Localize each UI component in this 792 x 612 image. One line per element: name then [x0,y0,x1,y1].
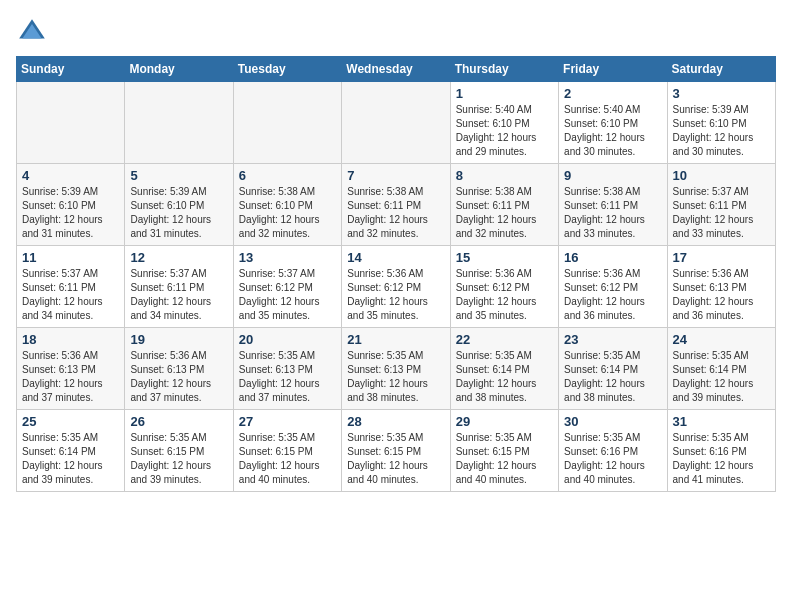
calendar-cell: 29Sunrise: 5:35 AM Sunset: 6:15 PM Dayli… [450,410,558,492]
day-number: 31 [673,414,770,429]
calendar-week-3: 11Sunrise: 5:37 AM Sunset: 6:11 PM Dayli… [17,246,776,328]
day-number: 9 [564,168,661,183]
calendar-cell: 7Sunrise: 5:38 AM Sunset: 6:11 PM Daylig… [342,164,450,246]
calendar-week-5: 25Sunrise: 5:35 AM Sunset: 6:14 PM Dayli… [17,410,776,492]
calendar-cell: 12Sunrise: 5:37 AM Sunset: 6:11 PM Dayli… [125,246,233,328]
day-number: 24 [673,332,770,347]
day-number: 18 [22,332,119,347]
weekday-header-row: SundayMondayTuesdayWednesdayThursdayFrid… [17,57,776,82]
day-number: 1 [456,86,553,101]
calendar-cell: 20Sunrise: 5:35 AM Sunset: 6:13 PM Dayli… [233,328,341,410]
logo-icon [16,16,48,48]
calendar-week-4: 18Sunrise: 5:36 AM Sunset: 6:13 PM Dayli… [17,328,776,410]
day-info: Sunrise: 5:40 AM Sunset: 6:10 PM Dayligh… [456,103,553,159]
day-info: Sunrise: 5:36 AM Sunset: 6:12 PM Dayligh… [456,267,553,323]
day-info: Sunrise: 5:38 AM Sunset: 6:11 PM Dayligh… [347,185,444,241]
day-info: Sunrise: 5:35 AM Sunset: 6:14 PM Dayligh… [22,431,119,487]
calendar-cell: 16Sunrise: 5:36 AM Sunset: 6:12 PM Dayli… [559,246,667,328]
weekday-header-tuesday: Tuesday [233,57,341,82]
calendar-cell: 8Sunrise: 5:38 AM Sunset: 6:11 PM Daylig… [450,164,558,246]
day-number: 3 [673,86,770,101]
day-info: Sunrise: 5:35 AM Sunset: 6:15 PM Dayligh… [130,431,227,487]
calendar-week-1: 1Sunrise: 5:40 AM Sunset: 6:10 PM Daylig… [17,82,776,164]
day-number: 28 [347,414,444,429]
calendar-cell: 1Sunrise: 5:40 AM Sunset: 6:10 PM Daylig… [450,82,558,164]
day-info: Sunrise: 5:39 AM Sunset: 6:10 PM Dayligh… [22,185,119,241]
day-info: Sunrise: 5:36 AM Sunset: 6:13 PM Dayligh… [130,349,227,405]
day-number: 21 [347,332,444,347]
calendar-cell: 26Sunrise: 5:35 AM Sunset: 6:15 PM Dayli… [125,410,233,492]
day-info: Sunrise: 5:40 AM Sunset: 6:10 PM Dayligh… [564,103,661,159]
day-info: Sunrise: 5:37 AM Sunset: 6:12 PM Dayligh… [239,267,336,323]
calendar-cell: 31Sunrise: 5:35 AM Sunset: 6:16 PM Dayli… [667,410,775,492]
calendar-cell: 22Sunrise: 5:35 AM Sunset: 6:14 PM Dayli… [450,328,558,410]
day-info: Sunrise: 5:35 AM Sunset: 6:15 PM Dayligh… [347,431,444,487]
day-number: 10 [673,168,770,183]
weekday-header-friday: Friday [559,57,667,82]
calendar-cell: 2Sunrise: 5:40 AM Sunset: 6:10 PM Daylig… [559,82,667,164]
day-number: 6 [239,168,336,183]
calendar-cell: 3Sunrise: 5:39 AM Sunset: 6:10 PM Daylig… [667,82,775,164]
calendar-cell [342,82,450,164]
day-number: 22 [456,332,553,347]
calendar-cell: 10Sunrise: 5:37 AM Sunset: 6:11 PM Dayli… [667,164,775,246]
day-number: 13 [239,250,336,265]
day-info: Sunrise: 5:35 AM Sunset: 6:15 PM Dayligh… [239,431,336,487]
day-info: Sunrise: 5:37 AM Sunset: 6:11 PM Dayligh… [22,267,119,323]
calendar-cell: 5Sunrise: 5:39 AM Sunset: 6:10 PM Daylig… [125,164,233,246]
weekday-header-thursday: Thursday [450,57,558,82]
calendar-cell: 11Sunrise: 5:37 AM Sunset: 6:11 PM Dayli… [17,246,125,328]
calendar-cell: 27Sunrise: 5:35 AM Sunset: 6:15 PM Dayli… [233,410,341,492]
day-number: 27 [239,414,336,429]
day-number: 14 [347,250,444,265]
day-info: Sunrise: 5:36 AM Sunset: 6:12 PM Dayligh… [564,267,661,323]
calendar-week-2: 4Sunrise: 5:39 AM Sunset: 6:10 PM Daylig… [17,164,776,246]
calendar-cell: 24Sunrise: 5:35 AM Sunset: 6:14 PM Dayli… [667,328,775,410]
day-info: Sunrise: 5:35 AM Sunset: 6:14 PM Dayligh… [456,349,553,405]
day-number: 15 [456,250,553,265]
calendar-cell: 21Sunrise: 5:35 AM Sunset: 6:13 PM Dayli… [342,328,450,410]
calendar-table: SundayMondayTuesdayWednesdayThursdayFrid… [16,56,776,492]
day-info: Sunrise: 5:37 AM Sunset: 6:11 PM Dayligh… [130,267,227,323]
weekday-header-wednesday: Wednesday [342,57,450,82]
calendar-cell: 14Sunrise: 5:36 AM Sunset: 6:12 PM Dayli… [342,246,450,328]
day-info: Sunrise: 5:35 AM Sunset: 6:16 PM Dayligh… [673,431,770,487]
calendar-cell: 6Sunrise: 5:38 AM Sunset: 6:10 PM Daylig… [233,164,341,246]
day-info: Sunrise: 5:35 AM Sunset: 6:14 PM Dayligh… [673,349,770,405]
day-info: Sunrise: 5:36 AM Sunset: 6:13 PM Dayligh… [673,267,770,323]
day-number: 11 [22,250,119,265]
day-info: Sunrise: 5:38 AM Sunset: 6:11 PM Dayligh… [564,185,661,241]
day-number: 2 [564,86,661,101]
day-number: 30 [564,414,661,429]
calendar-cell: 4Sunrise: 5:39 AM Sunset: 6:10 PM Daylig… [17,164,125,246]
calendar-cell: 30Sunrise: 5:35 AM Sunset: 6:16 PM Dayli… [559,410,667,492]
day-info: Sunrise: 5:35 AM Sunset: 6:16 PM Dayligh… [564,431,661,487]
day-number: 29 [456,414,553,429]
calendar-cell: 19Sunrise: 5:36 AM Sunset: 6:13 PM Dayli… [125,328,233,410]
calendar-cell: 13Sunrise: 5:37 AM Sunset: 6:12 PM Dayli… [233,246,341,328]
day-info: Sunrise: 5:39 AM Sunset: 6:10 PM Dayligh… [673,103,770,159]
day-info: Sunrise: 5:36 AM Sunset: 6:12 PM Dayligh… [347,267,444,323]
day-number: 5 [130,168,227,183]
day-number: 8 [456,168,553,183]
day-number: 17 [673,250,770,265]
day-number: 25 [22,414,119,429]
day-number: 20 [239,332,336,347]
day-info: Sunrise: 5:35 AM Sunset: 6:13 PM Dayligh… [347,349,444,405]
calendar-cell: 23Sunrise: 5:35 AM Sunset: 6:14 PM Dayli… [559,328,667,410]
calendar-cell: 17Sunrise: 5:36 AM Sunset: 6:13 PM Dayli… [667,246,775,328]
weekday-header-monday: Monday [125,57,233,82]
page-header [16,16,776,48]
calendar-cell [17,82,125,164]
day-info: Sunrise: 5:37 AM Sunset: 6:11 PM Dayligh… [673,185,770,241]
day-info: Sunrise: 5:38 AM Sunset: 6:11 PM Dayligh… [456,185,553,241]
calendar-cell [125,82,233,164]
day-info: Sunrise: 5:39 AM Sunset: 6:10 PM Dayligh… [130,185,227,241]
day-number: 4 [22,168,119,183]
day-info: Sunrise: 5:35 AM Sunset: 6:14 PM Dayligh… [564,349,661,405]
day-number: 19 [130,332,227,347]
calendar-cell: 18Sunrise: 5:36 AM Sunset: 6:13 PM Dayli… [17,328,125,410]
day-info: Sunrise: 5:38 AM Sunset: 6:10 PM Dayligh… [239,185,336,241]
day-number: 7 [347,168,444,183]
logo [16,16,52,48]
